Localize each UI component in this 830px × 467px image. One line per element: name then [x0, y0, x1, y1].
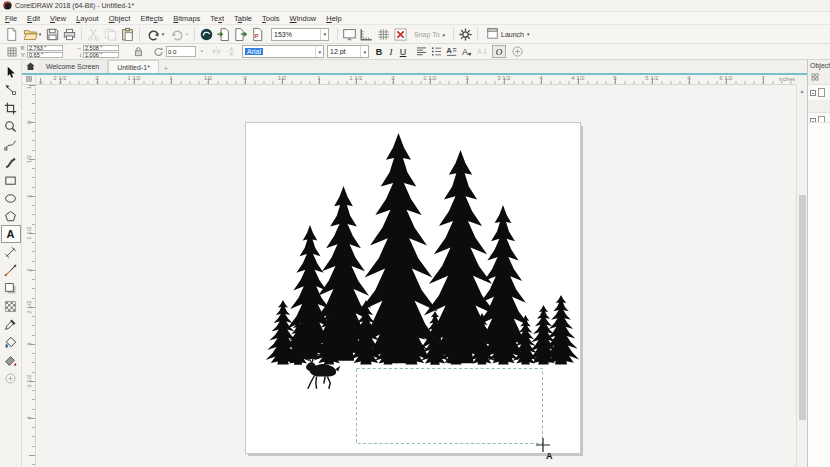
menu-layout[interactable]: Layout	[71, 14, 104, 23]
italic-button[interactable]: I	[385, 45, 397, 58]
menu-text[interactable]: Text	[205, 14, 229, 23]
menu-object[interactable]: Object	[104, 14, 136, 23]
layer-row[interactable]	[808, 84, 830, 100]
height-arrow-icon: ↕	[75, 52, 82, 58]
vertical-scrollbar[interactable]: ▲	[796, 85, 807, 467]
zoom-level-combo[interactable]: 153%▾	[271, 28, 329, 41]
bold-button[interactable]: B	[373, 45, 385, 58]
object-height-field[interactable]: 1.006 "	[83, 52, 119, 58]
text-tool[interactable]: A	[1, 225, 21, 243]
export-icon[interactable]	[232, 26, 249, 42]
rotation-angle-field[interactable]: 0.0	[166, 46, 196, 57]
show-rulers-icon[interactable]	[358, 26, 375, 42]
lock-ratio-icon[interactable]	[131, 45, 146, 59]
crop-tool[interactable]	[1, 99, 21, 117]
transparency-tool[interactable]	[1, 297, 21, 315]
ellipse-tool[interactable]	[1, 189, 21, 207]
publish-pdf-icon[interactable]: P	[249, 26, 266, 42]
home-tab-icon[interactable]	[22, 60, 38, 73]
window-title: CorelDRAW 2018 (64-Bit) - Untitled-1*	[15, 2, 134, 9]
new-document-icon[interactable]	[3, 26, 20, 42]
parallel-dimension-tool[interactable]	[1, 243, 21, 261]
print-icon[interactable]	[61, 26, 78, 42]
drawing-canvas[interactable]: A	[36, 85, 796, 467]
smart-fill-tool[interactable]	[1, 351, 21, 369]
vertical-ruler[interactable]: 1/201/211 1/222 1/233 1/24	[22, 85, 36, 467]
menu-file[interactable]: File	[0, 14, 22, 23]
add-tool[interactable]	[1, 369, 21, 387]
copy-icon[interactable]	[102, 26, 119, 42]
rectangle-tool[interactable]	[1, 171, 21, 189]
collapse-box-icon[interactable]	[810, 90, 816, 96]
tab-untitled-1-[interactable]: Untitled-1*	[108, 60, 159, 73]
chevron-down-icon[interactable]: ▾	[360, 46, 368, 57]
chevron-down-icon[interactable]: ▾	[315, 46, 323, 57]
docker-body	[808, 122, 830, 467]
tab-welcome-screen[interactable]: Welcome Screen	[38, 60, 108, 73]
bulleted-list-icon[interactable]	[429, 45, 444, 59]
x-position-field[interactable]: 2.763 "	[27, 45, 63, 51]
font-size-combo[interactable]: 12 pt▾	[327, 45, 369, 58]
underline-button[interactable]: U	[397, 45, 409, 58]
menu-edit[interactable]: Edit	[22, 14, 45, 23]
position-fields: X:2.763 " Y:0.65 "	[19, 45, 63, 58]
menu-bitmaps[interactable]: Bitmaps	[168, 14, 205, 23]
shape-tool[interactable]	[1, 81, 21, 99]
menu-effects[interactable]: Effects	[135, 14, 168, 23]
menu-help[interactable]: Help	[321, 14, 346, 23]
connector-tool[interactable]	[1, 261, 21, 279]
redo-icon[interactable]: ▾	[167, 26, 191, 42]
search-content-icon[interactable]	[198, 26, 215, 42]
color-eyedropper-tool[interactable]	[1, 315, 21, 333]
layers-grid-icon[interactable]	[810, 76, 820, 83]
menu-view[interactable]: View	[45, 14, 71, 23]
cut-icon[interactable]	[85, 26, 102, 42]
mirror-vertical-icon[interactable]	[224, 45, 239, 59]
ruler-origin-button[interactable]	[22, 75, 36, 85]
ruler-label: 3	[26, 342, 32, 345]
object-width-field[interactable]: 2.508 "	[83, 45, 119, 51]
save-icon[interactable]	[44, 26, 61, 42]
property-bar: X:2.763 " Y:0.65 " ↔2.508 " ↕1.006 " 0.0…	[0, 44, 830, 60]
full-screen-preview-icon[interactable]	[341, 26, 358, 42]
toolbox: A	[0, 60, 22, 467]
polygon-tool[interactable]	[1, 207, 21, 225]
launch-button[interactable]: Launch ▾	[486, 27, 529, 41]
undo-icon[interactable]: ▾	[143, 26, 167, 42]
horizontal-ruler[interactable]: 2 1/221 1/211/201/211 1/222 1/233 1/244 …	[36, 75, 796, 85]
chevron-down-icon: ▾	[527, 31, 530, 37]
drop-cap-icon[interactable]: A	[444, 45, 459, 59]
character-formatting-icon[interactable]: A	[459, 45, 474, 59]
vertical-text-icon[interactable]: A	[474, 45, 489, 59]
ruler-ticks-major	[36, 78, 796, 84]
interactive-opentype-button[interactable]: O	[492, 45, 506, 58]
show-grid-icon[interactable]	[375, 26, 392, 42]
snap-to-button[interactable]: Snap To ▾	[414, 31, 445, 38]
y-position-field[interactable]: 0.65 "	[27, 52, 63, 58]
font-family-combo[interactable]: Arial▾	[242, 45, 324, 58]
snap-off-icon[interactable]	[392, 26, 409, 42]
text-alignment-icon[interactable]	[414, 45, 429, 59]
zoom-tool[interactable]	[1, 117, 21, 135]
menu-window[interactable]: Window	[285, 14, 322, 23]
pick-tool[interactable]	[1, 63, 21, 81]
interactive-fill-tool[interactable]	[1, 333, 21, 351]
toolbar-separator	[81, 28, 82, 41]
new-tab-button[interactable]: +	[159, 64, 173, 73]
chevron-down-icon: ▾	[443, 32, 446, 38]
scroll-up-icon[interactable]: ▲	[797, 85, 807, 96]
drop-shadow-tool[interactable]	[1, 279, 21, 297]
scrollbar-thumb[interactable]	[799, 195, 806, 420]
ruler-label: 3 1/2	[26, 374, 32, 387]
paste-icon[interactable]	[119, 26, 136, 42]
menu-tools[interactable]: Tools	[257, 14, 285, 23]
artistic-media-tool[interactable]	[1, 153, 21, 171]
open-folder-icon[interactable]: ▾	[20, 26, 44, 42]
freehand-tool[interactable]	[1, 135, 21, 153]
ruler-label: 0	[243, 75, 246, 81]
add-property-icon[interactable]	[510, 45, 525, 59]
import-icon[interactable]	[215, 26, 232, 42]
menu-table[interactable]: Table	[229, 14, 257, 23]
options-gear-icon[interactable]	[457, 26, 474, 42]
mirror-horizontal-icon[interactable]	[209, 45, 224, 59]
